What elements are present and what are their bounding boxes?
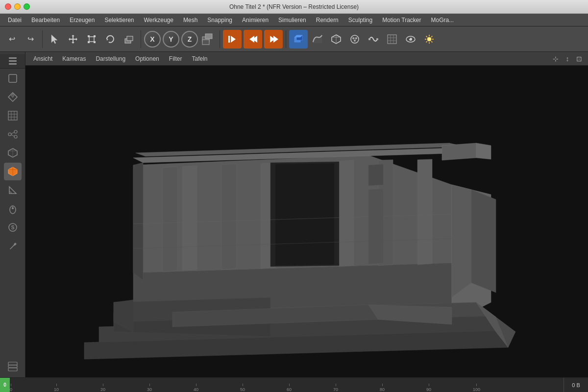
tick-line: [56, 384, 57, 386]
timeline-tick: 90: [426, 378, 431, 392]
maximize-button[interactable]: [24, 3, 30, 10]
deform-button[interactable]: [365, 30, 382, 48]
timeline-tick: 10: [54, 378, 59, 392]
select-tool-button[interactable]: [46, 30, 63, 48]
menu-motion-tracker[interactable]: Motion Tracker: [378, 16, 425, 24]
menu-datei[interactable]: Datei: [4, 16, 25, 24]
svg-point-24: [351, 35, 359, 43]
tick-label: 70: [333, 387, 338, 392]
play-back-button[interactable]: [244, 30, 262, 49]
extrude-button[interactable]: [120, 30, 138, 48]
sidebar-mouse[interactable]: [4, 200, 22, 218]
tick-line: [196, 384, 196, 386]
viewport-menu-ansicht[interactable]: Ansicht: [29, 54, 56, 63]
toolbar-sep-2: [141, 30, 141, 48]
sidebar-nodes[interactable]: [4, 125, 22, 143]
svg-rect-2: [88, 35, 90, 37]
light-button[interactable]: [420, 30, 438, 48]
svg-rect-52: [9, 63, 17, 65]
object-button[interactable]: [327, 30, 345, 48]
svg-line-49: [426, 41, 427, 42]
grid-view-button[interactable]: [383, 30, 401, 48]
viewport-menu-kameras[interactable]: Kameras: [58, 54, 90, 63]
sidebar-tool[interactable]: [4, 237, 22, 255]
x-axis-button[interactable]: X: [144, 31, 161, 48]
sidebar-object-mode[interactable]: [4, 70, 22, 87]
menu-selektieren[interactable]: Selektieren: [100, 16, 138, 24]
menu-rendern[interactable]: Rendern: [312, 16, 343, 24]
svg-marker-0: [51, 35, 57, 44]
view-cube-button[interactable]: [289, 30, 308, 49]
play-begin-button[interactable]: [223, 30, 242, 49]
undo-button[interactable]: ↩: [3, 30, 21, 48]
sidebar-cube-orange[interactable]: [4, 163, 22, 180]
3d-viewport[interactable]: [25, 66, 588, 377]
z-axis-button[interactable]: Z: [181, 31, 198, 48]
menu-sculpting[interactable]: Sculpting: [344, 16, 376, 24]
viewport-expand-icon[interactable]: ⊡: [574, 54, 584, 64]
redo-button[interactable]: ↪: [22, 30, 39, 48]
viewport-menu-tafeln[interactable]: Tafeln: [188, 54, 211, 63]
menu-mogra[interactable]: MoGra...: [427, 16, 458, 24]
menu-bearbeiten[interactable]: Bearbeiten: [27, 16, 64, 24]
rotate-tool-button[interactable]: [101, 30, 119, 48]
left-sidebar: S: [0, 52, 25, 377]
svg-marker-115: [476, 143, 491, 159]
svg-marker-114: [442, 143, 476, 160]
svg-point-41: [427, 37, 431, 41]
timeline-tick: 60: [287, 378, 292, 392]
viewport-menu-optionen[interactable]: Optionen: [131, 54, 163, 63]
scale-tool-button[interactable]: [83, 30, 100, 48]
sidebar-angle[interactable]: [4, 181, 22, 199]
move-tool-button[interactable]: [64, 30, 82, 48]
timeline-ruler[interactable]: 0 0102030405060708090100: [0, 378, 564, 392]
svg-marker-91: [339, 160, 354, 267]
tick-label: 50: [240, 387, 245, 392]
viewport-container: Ansicht Kameras Darstellung Optionen Fil…: [25, 52, 588, 377]
tick-line: [336, 384, 336, 386]
toolbar-sep-3: [220, 30, 220, 48]
timeline: 0 0102030405060708090100 0 B: [0, 377, 588, 392]
viewport-move-icon[interactable]: ↕: [563, 54, 572, 64]
sidebar-s-icon[interactable]: S: [4, 219, 22, 236]
svg-marker-13: [231, 36, 236, 43]
svg-rect-11: [202, 40, 209, 45]
timeline-tick: 80: [380, 378, 385, 392]
svg-marker-111: [368, 189, 383, 264]
smooth-button[interactable]: [309, 30, 326, 48]
close-button[interactable]: [5, 3, 11, 10]
y-axis-button[interactable]: Y: [163, 31, 179, 48]
main-toolbar: ↩ ↪ X Y Z: [0, 26, 588, 52]
svg-rect-31: [368, 38, 370, 40]
sidebar-bottom-grid[interactable]: [4, 358, 22, 375]
svg-point-62: [14, 130, 17, 133]
svg-rect-32: [376, 38, 378, 40]
timeline-tick: 50: [240, 378, 245, 392]
svg-marker-17: [273, 36, 278, 43]
play-forward-button[interactable]: [264, 30, 283, 49]
svg-marker-86: [163, 167, 177, 272]
viewport-menu-darstellung[interactable]: Darstellung: [92, 54, 129, 63]
menu-animieren[interactable]: Animieren: [238, 16, 272, 24]
eye-button[interactable]: [402, 30, 419, 48]
svg-rect-79: [8, 362, 17, 365]
svg-rect-1: [89, 37, 94, 42]
effects-button[interactable]: [346, 30, 364, 48]
minimize-button[interactable]: [14, 3, 21, 10]
viewport-toolbar: Ansicht Kameras Darstellung Optionen Fil…: [25, 52, 588, 66]
svg-rect-4: [88, 41, 90, 43]
menu-erzeugen[interactable]: Erzeugen: [66, 16, 98, 24]
menu-mesh[interactable]: Mesh: [179, 16, 201, 24]
viewport-grid-icon[interactable]: ⊹: [551, 54, 561, 64]
sidebar-diamond[interactable]: [4, 88, 22, 106]
sidebar-grid[interactable]: [4, 107, 22, 124]
svg-line-47: [431, 41, 432, 42]
svg-marker-88: [221, 164, 236, 270]
viewport-menu-filter[interactable]: Filter: [165, 54, 186, 63]
menu-werkzeuge[interactable]: Werkzeuge: [140, 16, 177, 24]
sidebar-cube[interactable]: [4, 144, 22, 162]
menu-snapping[interactable]: Snapping: [203, 16, 236, 24]
frame-display: 0 B: [572, 382, 580, 388]
menu-simulieren[interactable]: Simulieren: [274, 16, 310, 24]
world-coord-button[interactable]: [199, 30, 217, 48]
